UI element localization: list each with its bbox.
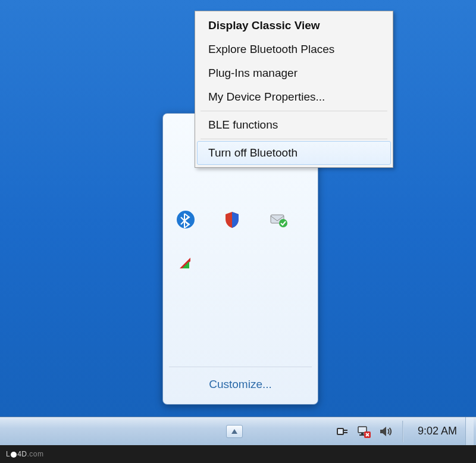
svg-marker-5 [231,429,237,434]
menu-separator [201,139,387,139]
menu-plugins-manager[interactable]: Plug-Ins manager [197,61,391,85]
svg-rect-9 [361,433,364,434]
shield-icon[interactable] [223,210,242,229]
arrow-icon[interactable] [176,253,195,272]
watermark-text: L4D.com [6,450,44,458]
menu-explore-bluetooth-places[interactable]: Explore Bluetooth Places [197,37,391,61]
svg-marker-4 [182,261,189,268]
bluetooth-icon[interactable] [176,210,195,229]
svg-rect-7 [338,429,343,434]
power-plug-icon[interactable] [336,424,350,439]
show-desktop-button[interactable] [465,417,474,446]
menu-turn-off-bluetooth[interactable]: Turn off Bluetooth [197,141,391,165]
svg-point-2 [279,219,287,227]
menu-separator [201,111,387,111]
mail-check-icon[interactable] [269,210,288,229]
menu-ble-functions[interactable]: BLE functions [197,113,391,137]
network-error-icon[interactable] [357,424,371,439]
volume-icon[interactable] [378,424,393,439]
watermark-footer: L4D.com [0,445,476,463]
show-hidden-icons-button[interactable] [226,425,243,438]
notification-area [336,424,393,439]
taskbar-separator [402,421,403,442]
clock[interactable]: 9:02 AM [407,425,465,437]
taskbar: 9:02 AM [0,417,476,445]
customize-link[interactable]: Customize... [163,367,318,404]
bluetooth-context-menu: Display Classic View Explore Bluetooth P… [195,11,393,168]
menu-display-classic-view[interactable]: Display Classic View [197,14,391,37]
menu-my-device-properties[interactable]: My Device Properties... [197,85,391,109]
